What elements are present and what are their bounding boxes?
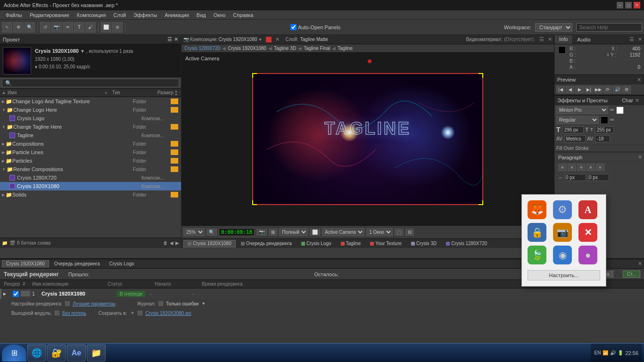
scroll-right-icon[interactable]: ▶ — [175, 240, 179, 246]
prev-play-btn[interactable]: ▶ — [575, 86, 584, 93]
snap-btn[interactable]: 📷 — [256, 229, 267, 236]
render-btn[interactable]: ⬜ — [310, 229, 320, 236]
prev-settings-btn[interactable]: ⚙ — [622, 86, 631, 93]
tab-info[interactable]: Info — [554, 35, 572, 44]
font-style-selector[interactable]: Regular — [556, 116, 599, 124]
tool-brush[interactable]: 🖌 — [85, 22, 96, 33]
menu-comp[interactable]: Композиция — [73, 10, 110, 20]
tab-crysis3d[interactable]: Crysis 3D — [407, 240, 441, 247]
right-panel-menu[interactable]: ☰ — [627, 36, 636, 42]
scroll-left-icon[interactable]: ◀ — [170, 240, 173, 246]
comp-dropdown-icon[interactable]: ▼ — [258, 37, 263, 42]
font-name-selector[interactable]: Minion Pro — [556, 106, 608, 114]
font-size2-input[interactable] — [595, 126, 614, 133]
char-color-swatch[interactable] — [616, 107, 624, 114]
start-button[interactable]: ⊞ — [2, 345, 26, 362]
prev-audio-btn[interactable]: 🔊 — [613, 86, 621, 93]
bread-crysis1920[interactable]: Crysis 1920X1080 — [228, 46, 266, 51]
tab-crysis1920[interactable]: Crysis 1920X1080 — [183, 240, 236, 247]
taskbar-chrome[interactable]: 🌐 — [27, 345, 46, 362]
prev-loop-btn[interactable]: ⟳ — [603, 86, 612, 93]
color-swatch[interactable] — [558, 46, 566, 54]
popup-icon-adobe[interactable]: A — [578, 200, 597, 219]
file-item-solids[interactable]: ▶ 📁 Solids Folder — [0, 190, 181, 199]
bread-taglinefinal[interactable]: Tagline Final — [304, 46, 330, 51]
tool-select[interactable]: ✥ — [13, 22, 24, 33]
popup-icon-purple[interactable]: ● — [578, 246, 597, 264]
tab-tagline[interactable]: Tagline — [337, 240, 365, 247]
prev-fwd-btn[interactable]: ▶| — [585, 86, 593, 93]
quality-selector[interactable]: Полный — [279, 228, 308, 236]
tool-text[interactable]: T — [74, 22, 84, 33]
file-item-crysis-1920[interactable]: Crysis 1920X1080 Компози... — [0, 182, 181, 190]
settings-dropdown-icon[interactable] — [65, 301, 70, 306]
popup-icon-lock[interactable]: 🔒 — [528, 223, 546, 242]
auto-open-checkbox[interactable] — [290, 24, 297, 30]
save-dropdown-icon[interactable] — [138, 311, 142, 315]
close-button[interactable]: ✕ — [634, 2, 640, 8]
bread-tagline[interactable]: Tagline — [338, 46, 353, 51]
kerning-value-input[interactable] — [595, 135, 610, 142]
minimize-button[interactable]: – — [617, 2, 623, 8]
menu-animation[interactable]: Анимация — [161, 10, 193, 20]
view2-btn[interactable]: ⊟ — [405, 229, 414, 236]
panel-menu-icon[interactable]: ☰ — [167, 36, 172, 42]
tool-rotate[interactable]: ↺ — [40, 22, 50, 33]
tab-render-queue[interactable]: Очередь рендеринга — [237, 240, 296, 247]
lang-indicator[interactable]: EN — [594, 350, 601, 355]
fit-comp-btn[interactable]: 🔍 — [206, 229, 217, 236]
kerning-method-input[interactable] — [564, 135, 586, 142]
taskbar-ae[interactable]: Ae — [67, 345, 86, 362]
popup-icon-settings[interactable]: ⚙ — [553, 200, 572, 219]
para-close-icon[interactable]: ✕ — [638, 154, 642, 160]
menu-layer[interactable]: Слой — [109, 10, 130, 20]
tool-clone[interactable]: ⊕ — [112, 22, 123, 33]
view1-btn[interactable]: ⬚ — [395, 229, 404, 236]
rtab-crysis1920[interactable]: Crysis 1920X1080 — [2, 260, 49, 267]
sort-up-icon[interactable]: ▲ — [174, 90, 179, 93]
tool-shape[interactable]: ⬜ — [101, 22, 111, 33]
auto-open-panels[interactable]: Auto-Open Panels — [290, 24, 340, 30]
prev-first-btn[interactable]: |◀ — [556, 86, 565, 93]
menu-view[interactable]: Вид — [193, 10, 210, 20]
right-panel-close[interactable]: ✕ — [636, 36, 644, 42]
start-btn[interactable]: Ст... — [623, 271, 640, 278]
file-item-change-logo-tagline[interactable]: ▶ 📁 Change Logo And Tagline Texture Fold… — [0, 97, 181, 106]
tab-crysis-logo[interactable]: Crysis Logo — [297, 240, 336, 247]
popup-icon-firefox[interactable]: 🦊 — [528, 200, 546, 219]
stroke-pencil-icon[interactable]: ✏ — [610, 117, 614, 123]
sort-down-icon[interactable]: ▼ — [174, 93, 179, 96]
volume-icon[interactable]: 🔊 — [610, 350, 616, 355]
render-enable-checkbox[interactable] — [13, 291, 19, 297]
menu-help[interactable]: Справка — [229, 10, 257, 20]
maximize-button[interactable]: □ — [625, 2, 632, 8]
grid-btn[interactable]: ⊞ — [269, 229, 277, 236]
popup-icon-close[interactable]: ✕ — [578, 223, 597, 242]
pencil-icon[interactable]: ✏ — [610, 107, 614, 113]
tab-audio[interactable]: Audio — [572, 36, 595, 43]
delete-icon[interactable]: 🗑 — [163, 240, 168, 246]
popup-icon-blue[interactable]: ◉ — [553, 246, 572, 264]
panel-options-icon[interactable]: ☰ — [539, 36, 544, 42]
justify-all-btn[interactable]: ≡ — [596, 164, 604, 171]
menu-edit[interactable]: Редактирование — [26, 10, 73, 20]
comp-close-tab[interactable]: ✕ — [275, 36, 280, 42]
para-margin-left-input[interactable] — [565, 174, 586, 181]
battery-icon[interactable]: 🔋 — [618, 350, 623, 355]
customize-button[interactable]: Настроить... — [528, 270, 600, 280]
align-left-btn[interactable]: ≡ — [558, 164, 567, 171]
para-margin-right-input[interactable] — [588, 174, 609, 181]
popup-icon-camera[interactable]: 📷 — [553, 223, 572, 242]
bread-crysis1280[interactable]: Crysis 1280X720 — [184, 46, 220, 51]
align-right-btn[interactable]: ≡ — [577, 164, 586, 171]
tab-your-texture[interactable]: Your Texture — [366, 240, 406, 247]
align-center-btn[interactable]: ≡ — [568, 164, 576, 171]
file-item-compositions[interactable]: ▶ 📁 Compositions Folder — [0, 140, 181, 148]
rtab-crysis-logo[interactable]: Crysis Logo — [105, 260, 139, 267]
popup-icon-green[interactable]: 🍃 — [528, 246, 546, 264]
menu-files[interactable]: Файлы — [2, 10, 26, 20]
panel-close-icon[interactable]: ✕ — [548, 36, 552, 42]
menu-effects[interactable]: Эффекты — [130, 10, 161, 20]
file-item-tagline[interactable]: Tagline Компози... — [0, 131, 181, 140]
taskbar-lock[interactable]: 🔐 — [47, 345, 66, 362]
